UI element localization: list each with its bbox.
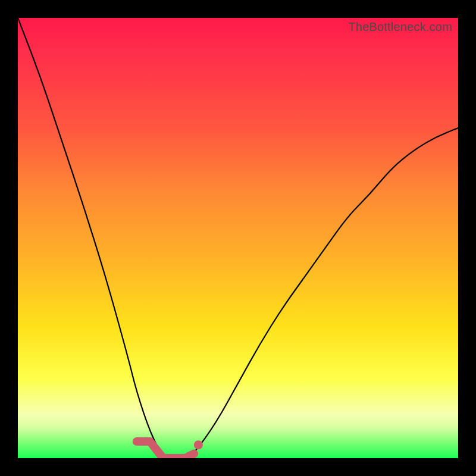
marker-dot: [194, 440, 203, 449]
watermark-text: TheBottleneck.com: [348, 20, 452, 34]
bottleneck-curve: [18, 18, 458, 458]
plot-area: TheBottleneck.com: [18, 18, 458, 458]
highlight-band: [137, 441, 194, 458]
chart-svg: [18, 18, 458, 458]
